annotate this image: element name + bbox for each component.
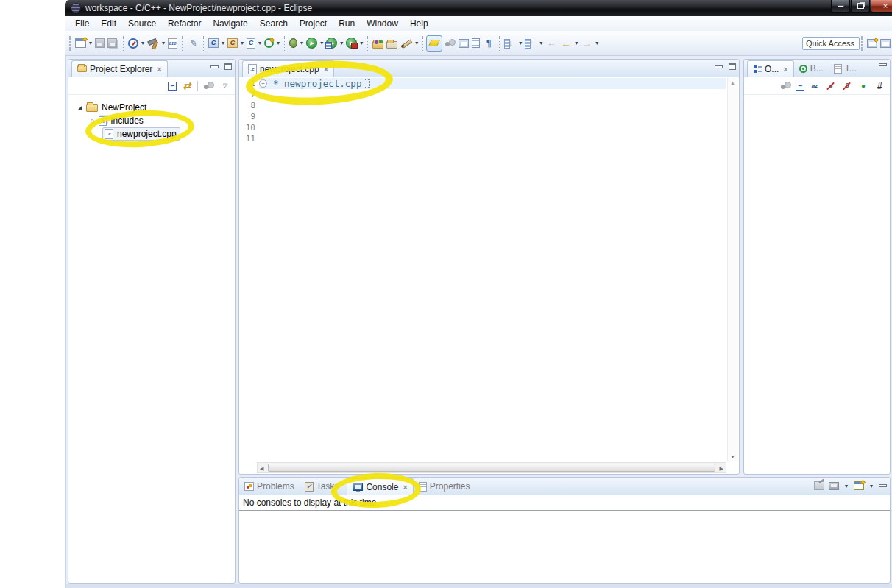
debug-button[interactable]	[288, 35, 299, 52]
search-brush-button[interactable]	[399, 35, 414, 52]
forward-button[interactable]: →	[579, 35, 594, 52]
run-button[interactable]: ▶	[305, 35, 319, 52]
open-console-icon[interactable]	[854, 481, 864, 490]
external-tools-button[interactable]: ▶	[344, 35, 358, 52]
type-hierarchy-button[interactable]	[442, 35, 457, 52]
tab-project-explorer[interactable]: Project Explorer ×	[71, 60, 168, 77]
quick-access-input[interactable]	[802, 37, 860, 50]
new-class-dropdown[interactable]: ▾	[277, 40, 280, 46]
minimize-view-button[interactable]	[715, 65, 723, 68]
menu-window[interactable]: Window	[361, 16, 404, 31]
editor-body[interactable]: 1 7 8 9 10 11 + * newproject.cpp	[239, 77, 739, 474]
tab-console[interactable]: Console ×	[347, 478, 413, 495]
collapse-all-icon[interactable]: −	[168, 82, 177, 91]
menu-project[interactable]: Project	[294, 16, 333, 31]
new-cpp-project-button[interactable]: C	[226, 35, 239, 52]
hide-fields-icon[interactable]: ●	[825, 80, 837, 92]
display-console-dropdown[interactable]: ▾	[845, 483, 848, 489]
toggle-comment-button[interactable]: ✎	[185, 35, 200, 52]
tab-properties[interactable]: Properties	[414, 478, 475, 495]
menu-search[interactable]: Search	[254, 16, 294, 31]
close-window-button[interactable]: ×	[871, 0, 892, 13]
selected-tree-item[interactable]: .c newproject.cpp	[102, 127, 180, 141]
run-history-button[interactable]: ▶	[325, 35, 339, 52]
previous-annotation-dropdown[interactable]: ▾	[539, 40, 542, 46]
run-history-dropdown[interactable]: ▾	[340, 40, 343, 46]
previous-annotation-button[interactable]: ↑	[523, 35, 538, 52]
cpp-perspective-button[interactable]	[879, 35, 892, 52]
new-source-file-dropdown[interactable]: ▾	[258, 40, 261, 46]
new-wizard-dropdown[interactable]: ▾	[89, 40, 92, 46]
scroll-down-icon[interactable]: ▼	[730, 454, 735, 459]
menu-help[interactable]: Help	[404, 16, 434, 31]
build-dropdown[interactable]: ▾	[162, 40, 165, 46]
menu-edit[interactable]: Edit	[95, 16, 122, 31]
maximize-view-button[interactable]	[729, 63, 736, 70]
close-icon[interactable]: ×	[783, 65, 787, 74]
folded-code-line[interactable]: * newproject.cpp	[273, 78, 370, 89]
scroll-right-icon[interactable]: ▶	[720, 466, 723, 472]
open-console-dropdown[interactable]: ▾	[870, 483, 873, 489]
new-wizard-button[interactable]	[74, 35, 88, 52]
back-button[interactable]: ←	[559, 35, 573, 52]
tab-outline[interactable]: O... ×	[747, 60, 794, 77]
scrollbar-thumb[interactable]	[268, 464, 715, 472]
horizontal-scrollbar[interactable]: ◀ ▶	[257, 462, 726, 473]
close-icon[interactable]: ×	[324, 65, 328, 74]
minimize-view-button[interactable]	[879, 484, 887, 487]
search-brush-dropdown[interactable]: ▾	[415, 40, 418, 46]
focus-icon[interactable]	[202, 80, 214, 92]
view-menu-icon[interactable]: ▽	[219, 80, 230, 92]
link-with-editor-icon[interactable]: ⇄	[181, 80, 193, 92]
save-button[interactable]	[93, 35, 106, 52]
profile-dropdown[interactable]: ▾	[141, 40, 144, 46]
pin-console-icon[interactable]	[814, 481, 824, 490]
tab-b[interactable]: B...	[794, 60, 829, 77]
new-source-file-button[interactable]: C	[245, 35, 257, 52]
link-editor-button[interactable]	[457, 35, 470, 52]
menu-file[interactable]: File	[69, 16, 95, 31]
binary-file-button[interactable]: 010	[166, 35, 179, 52]
hide-static-members-icon[interactable]: S	[841, 80, 853, 92]
next-annotation-button[interactable]: ↓	[503, 35, 517, 52]
new-cpp-project-dropdown[interactable]: ▾	[241, 40, 244, 46]
display-console-icon[interactable]	[829, 482, 839, 490]
menu-refactor[interactable]: Refactor	[162, 16, 207, 31]
mark-occurrences-toggle[interactable]	[426, 35, 442, 52]
tab-t[interactable]: T...	[829, 60, 862, 77]
sort-icon[interactable]: az	[809, 80, 821, 92]
new-c-project-dropdown[interactable]: ▾	[222, 40, 224, 46]
profile-button[interactable]	[127, 35, 140, 52]
build-button[interactable]	[146, 35, 160, 52]
collapsed-arrow-icon[interactable]: ▷	[91, 118, 95, 124]
tree-item-newproject-cpp[interactable]: .c newproject.cpp	[68, 127, 235, 141]
show-source-button[interactable]	[470, 35, 481, 52]
scroll-left-icon[interactable]: ◀	[260, 466, 263, 472]
close-icon[interactable]: ×	[157, 65, 161, 74]
title-bar[interactable]: workspace - C/C++ - NewProject/newprojec…	[65, 0, 892, 16]
show-whitespace-button[interactable]: ¶	[481, 35, 496, 52]
menu-run[interactable]: Run	[333, 16, 361, 31]
focus-icon[interactable]	[779, 80, 791, 92]
collapse-all-icon[interactable]: −	[796, 82, 804, 91]
external-tools-dropdown[interactable]: ▾	[360, 40, 363, 46]
close-icon[interactable]: ×	[403, 483, 407, 492]
open-resource-button[interactable]	[385, 35, 399, 52]
next-annotation-dropdown[interactable]: ▾	[519, 40, 522, 46]
tab-tasks[interactable]: ✓ Tasks	[300, 478, 344, 495]
new-class-button[interactable]	[263, 35, 275, 52]
debug-dropdown[interactable]: ▾	[300, 40, 303, 46]
minimize-window-button[interactable]	[831, 0, 850, 13]
open-perspective-button[interactable]	[866, 35, 879, 52]
tree-item-includes[interactable]: ▷ h Includes	[68, 114, 235, 127]
new-c-project-button[interactable]: C	[207, 35, 220, 52]
toolbar-drag-handle[interactable]	[861, 36, 864, 51]
last-edit-location-button[interactable]: ←	[544, 35, 559, 52]
fold-expand-icon[interactable]: +	[259, 79, 267, 88]
minimize-view-button[interactable]	[210, 65, 219, 68]
hide-inactive-icon[interactable]: #	[874, 80, 885, 92]
folded-region-box[interactable]	[364, 79, 370, 88]
save-all-button[interactable]	[106, 35, 120, 52]
expanded-arrow-icon[interactable]	[77, 105, 82, 110]
minimize-view-button[interactable]	[879, 63, 887, 66]
